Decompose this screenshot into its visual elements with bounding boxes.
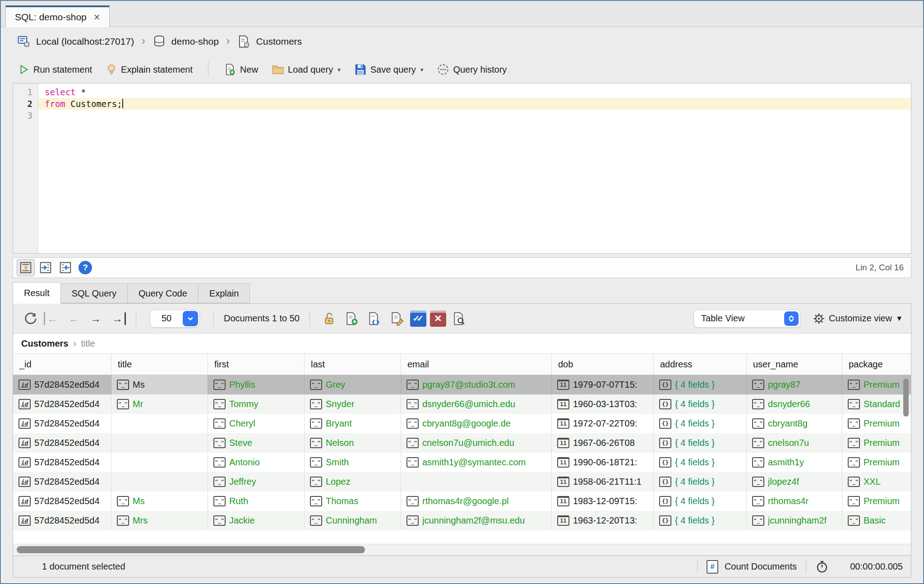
cell-title[interactable]: "_"Ms: [111, 375, 208, 394]
cell-address[interactable]: {}{ 4 fields }: [654, 453, 747, 472]
cell-address[interactable]: {}{ 4 fields }: [654, 472, 747, 491]
table-row[interactable]: id57d28452ed5d4"_"Ms"_"Ruth"_"Thomas"_"r…: [13, 491, 911, 511]
table-row[interactable]: id57d28452ed5d4"_"Cheryl"_"Bryant"_"cbry…: [13, 414, 911, 433]
view-document-icon[interactable]: [450, 309, 469, 328]
cell-last[interactable]: "_"Smith: [305, 453, 401, 472]
breadcrumb-connection[interactable]: Local (localhost:27017): [36, 36, 134, 47]
cell-dob[interactable]: 111983-12-09T15:: [552, 491, 654, 511]
cell-user_name[interactable]: "_"dsnyder66: [747, 394, 842, 414]
first-page-button[interactable]: ←: [44, 312, 61, 325]
sql-editor[interactable]: 1 2 3 select * from Customers;: [13, 83, 911, 254]
cell-email[interactable]: "_"rthomas4r@google.pl: [401, 491, 552, 511]
cell-_id[interactable]: id57d28452ed5d4: [13, 453, 111, 472]
page-size-combobox[interactable]: 50: [150, 310, 200, 328]
cell-first[interactable]: "_"Ruth: [208, 491, 305, 511]
cell-dob[interactable]: 111990-06-18T21:: [552, 453, 654, 472]
edit-document-icon[interactable]: [388, 309, 407, 328]
count-documents-button[interactable]: Count Documents: [725, 561, 797, 572]
cell-address[interactable]: {}{ 4 fields }: [654, 433, 747, 453]
column-header-package[interactable]: package: [842, 354, 911, 375]
cell-address[interactable]: {}{ 4 fields }: [654, 394, 747, 414]
cell-last[interactable]: "_"Lopez: [305, 472, 401, 491]
cell-user_name[interactable]: "_"cbryant8g: [747, 414, 842, 433]
cell-address[interactable]: {}{ 4 fields }: [654, 511, 747, 530]
last-page-button[interactable]: →: [108, 312, 126, 325]
load-query-button[interactable]: Load query ▾: [267, 60, 345, 79]
add-document-icon[interactable]: [342, 309, 361, 328]
cell-last[interactable]: "_"Cunningham: [305, 511, 401, 530]
cell-address[interactable]: {}{ 4 fields }: [654, 491, 747, 511]
save-query-button[interactable]: Save query ▾: [350, 60, 428, 79]
cell-user_name[interactable]: "_"rthomas4r: [747, 491, 842, 511]
select-stepper-icon[interactable]: [784, 311, 799, 326]
close-icon[interactable]: ×: [94, 12, 100, 23]
unlock-icon[interactable]: [320, 309, 339, 328]
cell-first[interactable]: "_"Jeffrey: [208, 472, 305, 491]
cell-last[interactable]: "_"Thomas: [305, 491, 401, 511]
auto-run-toggle-button[interactable]: [17, 259, 35, 276]
cell-title[interactable]: [111, 472, 208, 491]
tab-sql-demo-shop[interactable]: SQL: demo-shop ×: [5, 5, 110, 27]
cell-user_name[interactable]: "_"pgray87: [747, 375, 842, 394]
cell-email[interactable]: "_"asmith1y@symantec.com: [401, 453, 552, 472]
cell-dob[interactable]: 111963-12-20T13:: [552, 511, 654, 530]
cell-address[interactable]: {}{ 4 fields }: [654, 414, 747, 433]
tab-sql-query[interactable]: SQL Query: [60, 283, 128, 303]
cell-dob[interactable]: 111967-06-26T08: [552, 433, 654, 453]
cell-last[interactable]: "_"Nelson: [305, 433, 401, 453]
column-header-last[interactable]: last: [305, 354, 401, 375]
cell-_id[interactable]: id57d28452ed5d4: [13, 375, 111, 394]
table-row[interactable]: id57d28452ed5d4"_"Ms"_"Phyllis"_"Grey"_"…: [13, 375, 911, 394]
run-statement-button[interactable]: Run statement: [14, 61, 97, 78]
column-header-email[interactable]: email: [401, 354, 552, 375]
cell-dob[interactable]: 111958-06-21T11:1: [552, 472, 654, 491]
cell-title[interactable]: "_"Ms: [111, 491, 208, 511]
cell-first[interactable]: "_"Jackie: [208, 511, 305, 530]
cell-dob[interactable]: 111972-07-22T09:: [552, 414, 654, 433]
cell-title[interactable]: [111, 414, 208, 433]
refresh-icon[interactable]: [21, 309, 40, 328]
column-header-_id[interactable]: _id: [13, 354, 111, 375]
new-query-button[interactable]: New: [219, 60, 263, 79]
cell-_id[interactable]: id57d28452ed5d4: [13, 491, 111, 511]
table-row[interactable]: id57d28452ed5d4"_"Antonio"_"Smith"_"asmi…: [13, 453, 911, 472]
cell-package[interactable]: "_"Premium: [842, 453, 911, 472]
cell-_id[interactable]: id57d28452ed5d4: [13, 472, 111, 491]
cell-email[interactable]: [401, 472, 552, 491]
cell-package[interactable]: "_"Premium: [842, 491, 911, 511]
customize-view-button[interactable]: Customize view ▼: [813, 312, 903, 325]
horizontal-scrollbar-track[interactable]: [13, 544, 911, 556]
cell-email[interactable]: "_"jcunningham2f@msu.edu: [401, 511, 552, 530]
cell-_id[interactable]: id57d28452ed5d4: [13, 414, 111, 433]
cell-first[interactable]: "_"Tommy: [208, 394, 305, 414]
column-header-address[interactable]: address: [654, 354, 747, 375]
view-mode-select[interactable]: Table View: [693, 310, 801, 328]
query-history-button[interactable]: Query history: [432, 60, 511, 79]
cell-user_name[interactable]: "_"asmith1y: [747, 453, 842, 472]
cell-address[interactable]: {}{ 4 fields }: [654, 375, 747, 394]
indent-right-button[interactable]: [37, 259, 55, 276]
column-header-title[interactable]: title: [111, 354, 208, 375]
cell-title[interactable]: "_"Mrs: [111, 511, 208, 530]
breadcrumb-database[interactable]: demo-shop: [171, 36, 219, 47]
tab-explain[interactable]: Explain: [198, 283, 250, 303]
cell-package[interactable]: "_"Premium: [842, 433, 911, 453]
cell-last[interactable]: "_"Bryant: [305, 414, 401, 433]
editor-code-area[interactable]: select * from Customers;: [38, 83, 911, 253]
table-row[interactable]: id57d28452ed5d4"_"Steve"_"Nelson"_"cnels…: [13, 433, 911, 453]
cell-email[interactable]: "_"cnelson7u@umich.edu: [401, 433, 552, 453]
cell-first[interactable]: "_"Steve: [208, 433, 305, 453]
cell-title[interactable]: "_"Mr: [111, 394, 208, 414]
cell-first[interactable]: "_"Cheryl: [208, 414, 305, 433]
column-header-dob[interactable]: dob: [552, 354, 654, 375]
delete-document-icon[interactable]: ×: [430, 311, 446, 327]
cell-first[interactable]: "_"Phyllis: [208, 375, 305, 394]
cell-title[interactable]: [111, 433, 208, 453]
chevron-down-icon[interactable]: [183, 311, 198, 326]
cell-dob[interactable]: 111979-07-07T15:: [552, 375, 654, 394]
column-header-first[interactable]: first: [208, 354, 305, 375]
cell-package[interactable]: "_"XXL: [842, 472, 911, 491]
cell-first[interactable]: "_"Antonio: [208, 453, 305, 472]
horizontal-scrollbar-thumb[interactable]: [17, 546, 365, 553]
table-row[interactable]: id57d28452ed5d4"_"Mr"_"Tommy"_"Snyder"_"…: [13, 394, 911, 414]
